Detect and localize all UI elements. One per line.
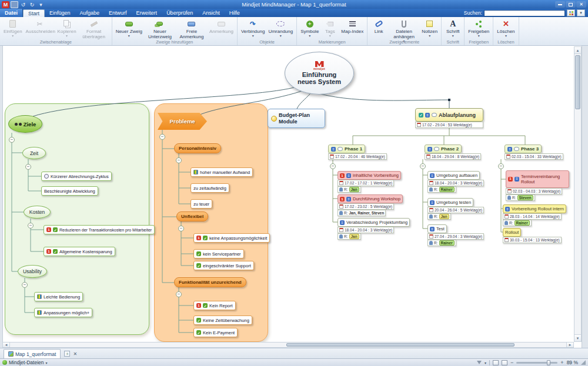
filter-icon[interactable] <box>477 361 482 364</box>
zoom-in-button[interactable]: + <box>560 360 563 365</box>
font-button[interactable]: A Schrift ▾ <box>443 18 462 38</box>
scroll-left-arrow[interactable]: ◄ <box>3 343 10 347</box>
topic-kuerzerer-abrechnungs-zyklus[interactable]: Kürzerer Abrechnungs-Zyklus <box>41 172 112 181</box>
map-view-button[interactable] <box>567 9 575 16</box>
topic-usability[interactable]: Usability <box>18 265 47 278</box>
topic-zu-teuer[interactable]: zu teuer <box>191 199 212 209</box>
collapse-handle[interactable]: − <box>178 226 184 231</box>
redo-button[interactable]: ↻ <box>28 1 36 8</box>
task-resource-strip[interactable]: R: Jan <box>427 213 451 220</box>
topic-kosten[interactable]: Kosten <box>24 206 51 219</box>
topic-verabschiedung-projektumfang[interactable]: ≡ Verabschiedung Projektumfang <box>338 218 410 227</box>
task-resource-strip[interactable]: R: Jan <box>338 233 361 240</box>
new-topic-button[interactable]: Neuer Zweig ▾ <box>114 18 144 38</box>
topic-funktionalitaet-unzureichend[interactable]: Funktionalität unzureichend <box>174 277 246 287</box>
task-resource-strip[interactable]: R: Jan <box>338 186 361 193</box>
close-button[interactable]: ✕ <box>576 1 586 8</box>
format-painter-button[interactable]: Format übertragen <box>78 18 110 39</box>
tab-entwurf[interactable]: Entwurf <box>104 9 132 17</box>
tab-ansicht[interactable]: Ansicht <box>198 9 225 17</box>
topic-terminvereinbarung-rollout[interactable]: 1 ≡ Terminvereinbarung Rollout <box>506 170 569 188</box>
map-view-toggle[interactable] <box>493 360 499 365</box>
filter-dropdown-icon[interactable]: ▾ <box>485 361 486 365</box>
tab-einfuegen[interactable]: Einfügen <box>45 9 75 17</box>
task-info-strip[interactable]: 20.04 - 26.04 : 5 Werktag(e) <box>427 207 484 213</box>
task-info-strip[interactable]: 02.03 - 04.03 : 3 Werktag(e) <box>506 188 562 194</box>
topic-test[interactable]: ≡ Test <box>427 224 447 233</box>
map-index-button[interactable]: Map-Index <box>339 18 365 34</box>
collapse-handle[interactable]: − <box>28 223 34 229</box>
topic-zeit[interactable]: Zeit <box>22 147 46 159</box>
collapse-handle[interactable]: − <box>25 164 31 170</box>
tab-datei[interactable]: Datei <box>0 9 23 17</box>
vertical-scroll-thumb[interactable] <box>575 55 580 109</box>
task-resource-strip[interactable]: R: Rainer <box>427 240 456 246</box>
qat-dropdown-button[interactable]: ▾ <box>37 1 45 8</box>
topic-phase-1[interactable]: ≡ Phase 1 <box>328 145 365 153</box>
undo-button[interactable]: ↺ <box>19 1 27 8</box>
topic-rollout[interactable]: Rollout <box>503 228 521 237</box>
copy-button[interactable]: Kopieren ▾ <box>56 18 78 38</box>
search-input[interactable] <box>484 10 565 16</box>
minimize-button[interactable] <box>555 1 565 8</box>
topic-kein-e-payment[interactable]: ✓ Kein E-Payment <box>193 328 238 337</box>
vertical-scrollbar[interactable]: ▲ ▼ <box>574 46 582 342</box>
topic-umgebung-testen[interactable]: ≡ Umgebung testen <box>427 198 473 207</box>
link-button[interactable]: Link <box>369 18 388 34</box>
topic-keine-anpassungsmoeglichkeit[interactable]: 1 ✓ keine Anpassungsmöglichkeit <box>193 233 270 243</box>
task-info-strip[interactable]: 28.03 - 14.04 : 14 Werktag(e) <box>503 213 562 220</box>
new-map-button[interactable]: + <box>64 351 70 357</box>
tab-aufgabe[interactable]: Aufgabe <box>75 9 105 17</box>
collapse-handle[interactable]: − <box>22 282 28 288</box>
topic-leichte-bedienung[interactable]: Leichte Bedienung <box>34 292 83 301</box>
topic-umgebung-aufbauen[interactable]: ≡ Umgebung aufbauen <box>427 171 480 180</box>
tab-hilfe[interactable]: Hilfe <box>225 9 245 17</box>
delete-button[interactable]: ✕ Löschen ▾ <box>495 18 516 38</box>
topic-ablaufplanung[interactable]: ✓ ≡ Ablaufplanung <box>415 108 483 122</box>
topic-kein-report[interactable]: 1 ✓ Kein Report <box>193 301 236 310</box>
zoom-slider-thumb[interactable] <box>547 360 550 365</box>
collapse-handle[interactable]: − <box>9 137 15 143</box>
task-info-strip[interactable]: 17.02 - 20.04 : 46 Werktag(e) <box>328 153 387 160</box>
topic-anpassungen-moeglich[interactable]: Anpassungen möglich+ <box>34 308 92 317</box>
callout-button[interactable]: Anmerkung <box>208 18 235 34</box>
paste-button[interactable]: Einfügen ▾ <box>2 18 24 38</box>
icons-button[interactable]: + Symbole ▾ <box>299 18 320 38</box>
topic-vorbereitung-rollout-intern[interactable]: ≡ Vorbereitung Rollout intern <box>503 204 566 213</box>
task-info-strip[interactable]: 02.03 - 15.04 : 33 Werktag(e) <box>505 153 563 160</box>
central-topic[interactable]: mindjet Einführung neues System <box>285 52 354 95</box>
task-info-strip[interactable]: 17.02 - 29.04 : 53 Werktag(e) <box>415 122 483 128</box>
tab-erweitert[interactable]: Erweitert <box>132 9 162 17</box>
topic-unflexibel[interactable]: Unflexibel <box>176 211 208 221</box>
topic-reduzieren-transaktionskosten[interactable]: 1 ✓ Reduzieren der Transaktionskosten pr… <box>44 225 155 234</box>
topic-allgemeine-kostensparung[interactable]: 1 ✓ Allgemeine Kostensparung <box>44 247 115 256</box>
collapse-handle[interactable]: − <box>498 163 504 169</box>
task-info-strip[interactable]: 18.04 - 20.04 : 3 Werktag(e) <box>338 227 394 233</box>
search-options-button[interactable]: ▾ <box>577 9 585 16</box>
collapse-handle[interactable]: − <box>330 163 336 169</box>
boundary-button[interactable]: Umrandung ▾ <box>266 18 295 38</box>
collapse-handle[interactable]: − <box>159 134 165 140</box>
topic-phase-2[interactable]: ≡ Phase 2 <box>425 145 462 153</box>
zoom-slider[interactable] <box>516 362 557 364</box>
collapse-handle[interactable]: − <box>176 291 182 297</box>
task-info-strip[interactable]: 17.02 - 17.02 : 1 Werktag(e) <box>338 180 394 186</box>
scroll-right-arrow[interactable]: ► <box>566 343 573 347</box>
notes-button[interactable]: Notizen ▾ <box>420 18 439 38</box>
topic-durchfuehrung-workshop[interactable]: 1 ≡ Durchführung Workshop <box>338 194 403 203</box>
task-info-strip[interactable]: 18.04 - 20.04 : 3 Werktag(e) <box>427 180 484 186</box>
save-button[interactable] <box>11 1 18 8</box>
topic-keine-zeitueberwachung[interactable]: ✓ Keine Zeitüberwachung <box>193 315 252 325</box>
resize-grip-icon[interactable] <box>581 360 586 365</box>
task-info-strip[interactable]: 17.02 - 23.02 : 5 Werktag(e) <box>338 203 394 210</box>
topic-inhaltliche-vorbereitung[interactable]: 1 ≡ inhaltliche Vorbereitung <box>338 171 401 180</box>
share-button[interactable]: Freigeben ▾ <box>466 18 491 38</box>
outline-view-toggle[interactable] <box>502 360 507 365</box>
document-tab[interactable]: Map 1_querformat <box>4 349 61 358</box>
topic-ziele[interactable]: Ziele <box>8 115 42 133</box>
horizontal-scroll-thumb[interactable] <box>286 343 514 347</box>
topic-beschleunigte-abwicklung[interactable]: Beschleunigte Abwicklung <box>41 186 98 196</box>
topic-eingeschraenkter-support[interactable]: ✓ eingeschränkter Support <box>193 261 254 270</box>
task-info-strip[interactable]: 30.03 - 15.04 : 13 Werktag(e) <box>503 237 562 243</box>
topic-hoher-manueller-aufwand[interactable]: hoher manueller Aufwand <box>191 167 253 177</box>
